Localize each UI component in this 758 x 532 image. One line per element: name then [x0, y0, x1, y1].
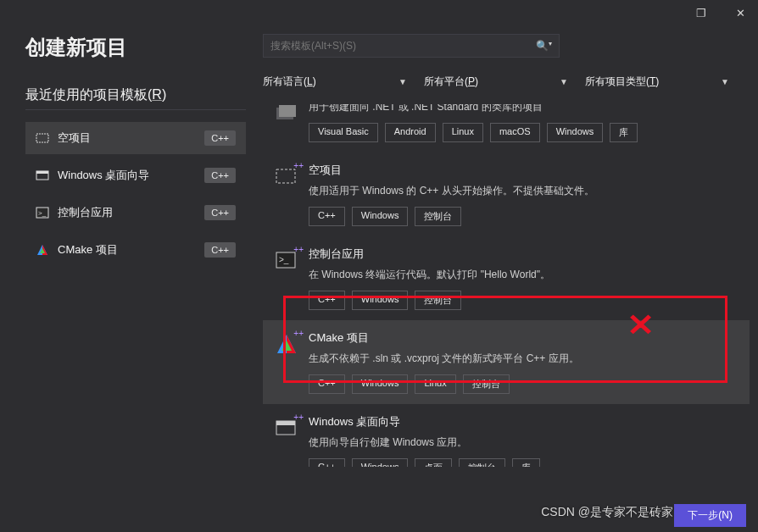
template-icon: >_: [36, 206, 49, 219]
recent-item-label: 空项目: [58, 130, 91, 146]
template-icon: +: [275, 104, 298, 125]
lang-badge: C++: [204, 168, 236, 183]
template-icon: ++: [275, 416, 298, 440]
plus-badge-icon: +: [298, 104, 304, 107]
template-tag: Visual Basic: [309, 123, 378, 142]
template-tag: 控制台: [415, 207, 461, 226]
filter-dropdown-0[interactable]: 所有语言(L)▼: [263, 73, 407, 91]
svg-rect-10: [276, 169, 295, 183]
recent-item-0[interactable]: 空项目C++: [25, 122, 246, 154]
template-tag: Windows: [352, 374, 409, 394]
template-tag: Android: [385, 123, 436, 142]
template-tag: 库: [512, 458, 540, 467]
template-icon: [36, 131, 49, 145]
recent-item-label: 控制台应用: [58, 205, 113, 220]
close-button[interactable]: ✕: [729, 3, 751, 25]
page-title: 创建新项目: [25, 34, 246, 61]
lang-badge: C++: [204, 242, 236, 258]
plus-badge-icon: ++: [293, 413, 304, 422]
filter-dropdown-1[interactable]: 所有平台(P)▼: [424, 73, 568, 91]
search-templates[interactable]: 🔍▾: [263, 34, 560, 58]
template-title: Windows 桌面向导: [309, 414, 540, 429]
chevron-down-icon: ▼: [560, 77, 568, 86]
svg-rect-0: [36, 134, 48, 142]
template-icon: ++: [275, 164, 298, 188]
template-tag: 桌面: [415, 458, 452, 467]
template-tag: Linux: [415, 374, 455, 394]
template-item-console[interactable]: >_++ 控制台应用在 Windows 终端运行代码。默认打印 "Hello W…: [263, 236, 750, 320]
lang-badge: C++: [204, 205, 236, 220]
filter-label: 所有语言(L): [263, 75, 316, 89]
template-tag: 库: [610, 123, 638, 142]
next-button[interactable]: 下一步(N): [674, 504, 746, 527]
template-tag: Windows: [352, 291, 409, 310]
template-tag: 控制台: [463, 374, 510, 394]
template-title: 空项目: [309, 163, 594, 178]
search-icon[interactable]: 🔍▾: [536, 40, 552, 52]
svg-text:>_: >_: [38, 209, 47, 217]
plus-badge-icon: ++: [293, 245, 304, 254]
template-tag: Windows: [352, 458, 409, 467]
filter-label: 所有平台(P): [424, 75, 478, 89]
template-item-cmake[interactable]: ++ CMake 项目生成不依赖于 .sln 或 .vcxproj 文件的新式跨…: [263, 320, 750, 404]
chevron-down-icon: ▼: [721, 77, 729, 86]
svg-rect-17: [276, 421, 295, 425]
restore-button[interactable]: ❐: [690, 3, 712, 25]
template-tag: 控制台: [459, 458, 505, 467]
template-icon: [36, 169, 49, 182]
template-tag: C++: [309, 207, 345, 226]
recent-item-2[interactable]: >_控制台应用C++: [25, 197, 246, 229]
template-tag: C++: [309, 458, 345, 467]
plus-badge-icon: ++: [293, 329, 304, 338]
template-title: 控制台应用: [309, 247, 550, 262]
template-item-empty[interactable]: ++ 空项目使用适用于 Windows 的 C++ 从头开始操作。不提供基础文件…: [263, 152, 750, 236]
watermark: CSDN @是专家不是砖家: [541, 505, 673, 520]
template-desc: 在 Windows 终端运行代码。默认打印 "Hello World"。: [309, 267, 550, 282]
template-tag: Windows: [547, 123, 604, 142]
filter-label: 所有项目类型(T): [585, 75, 659, 89]
template-item-desktop[interactable]: ++ Windows 桌面向导使用向导自行创建 Windows 应用。C++Wi…: [263, 404, 750, 467]
svg-rect-2: [36, 171, 48, 174]
template-desc: 用于创建面向 .NET 或 .NET Standard 的类库的项目: [309, 104, 638, 114]
template-icon: >_++: [275, 248, 298, 272]
template-tag: C++: [309, 291, 345, 310]
template-tag: Windows: [352, 207, 409, 226]
template-desc: 使用向导自行创建 Windows 应用。: [309, 435, 540, 450]
template-tag: Linux: [443, 123, 483, 142]
template-desc: 使用适用于 Windows 的 C++ 从头开始操作。不提供基础文件。: [309, 183, 594, 198]
search-input[interactable]: [270, 40, 536, 52]
template-icon: ++: [275, 332, 298, 356]
template-list: + 用于创建面向 .NET 或 .NET Standard 的类库的项目Visu…: [263, 104, 758, 467]
recent-item-3[interactable]: CMake 项目C++: [25, 234, 246, 266]
template-tag: 控制台: [415, 291, 461, 310]
template-tag: macOS: [490, 123, 540, 142]
titlebar: ❐ ✕: [0, 0, 758, 27]
svg-rect-9: [279, 105, 296, 117]
svg-text:>_: >_: [279, 255, 289, 264]
lang-badge: C++: [204, 130, 236, 146]
recent-item-label: Windows 桌面向导: [58, 168, 149, 183]
template-item-classlib[interactable]: + 用于创建面向 .NET 或 .NET Standard 的类库的项目Visu…: [263, 104, 750, 152]
template-tag: C++: [309, 374, 345, 394]
filter-dropdown-2[interactable]: 所有项目类型(T)▼: [585, 73, 729, 91]
template-title: CMake 项目: [309, 330, 579, 346]
template-icon: [36, 243, 49, 257]
recent-item-1[interactable]: Windows 桌面向导C++: [25, 159, 246, 191]
recent-item-label: CMake 项目: [58, 242, 118, 258]
plus-badge-icon: ++: [293, 161, 304, 170]
recent-heading: 最近使用的项目模板(R): [25, 86, 246, 110]
chevron-down-icon: ▼: [399, 77, 407, 86]
template-desc: 生成不依赖于 .sln 或 .vcxproj 文件的新式跨平台 C++ 应用。: [309, 351, 579, 366]
